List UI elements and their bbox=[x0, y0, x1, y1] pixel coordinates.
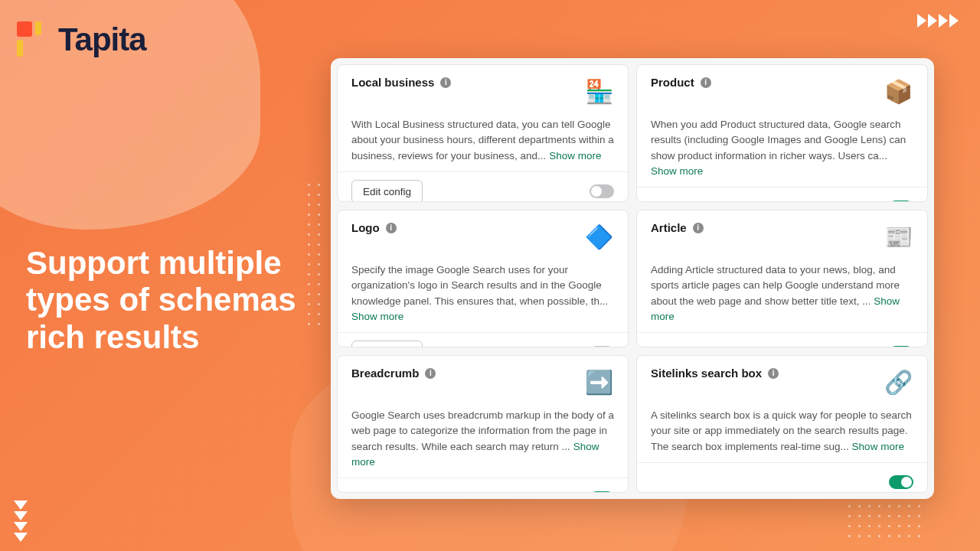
edit-config-button[interactable]: Edit config bbox=[351, 341, 423, 347]
enable-toggle[interactable] bbox=[889, 346, 913, 348]
card-description: With Local Business structured data, you… bbox=[351, 117, 614, 164]
info-icon[interactable]: i bbox=[768, 368, 779, 379]
schema-type-icon: 📦 bbox=[883, 76, 913, 106]
card-description: Adding Article structured data to your n… bbox=[651, 262, 913, 324]
schema-card: Breadcrumbi➡️Google Search uses breadcru… bbox=[337, 355, 629, 493]
schema-type-icon: 🏪 bbox=[583, 76, 614, 106]
show-more-link[interactable]: Show more bbox=[549, 150, 601, 161]
enable-toggle[interactable] bbox=[590, 346, 614, 348]
card-title: Breadcrumb bbox=[351, 367, 419, 380]
show-more-link[interactable]: Show more bbox=[351, 441, 599, 468]
schema-card: Logoi🔷Specify the image Google Search us… bbox=[337, 210, 629, 347]
schema-card: Local businessi🏪With Local Business stru… bbox=[337, 64, 629, 202]
brand-name: Tapita bbox=[58, 21, 146, 58]
card-title: Local business bbox=[351, 76, 434, 89]
card-description: Specify the image Google Search uses for… bbox=[351, 262, 614, 324]
edit-config-button[interactable]: Edit config bbox=[351, 180, 423, 202]
card-title: Sitelinks search box bbox=[651, 367, 762, 380]
info-icon[interactable]: i bbox=[386, 223, 397, 233]
schema-type-icon: 🔗 bbox=[883, 367, 913, 397]
schema-card: Producti📦When you add Product structured… bbox=[636, 64, 928, 202]
schema-card: Sitelinks search boxi🔗A sitelinks search… bbox=[636, 355, 928, 493]
info-icon[interactable]: i bbox=[693, 223, 704, 233]
card-title: Logo bbox=[351, 221, 380, 234]
card-description: When you add Product structured data, Go… bbox=[651, 117, 913, 179]
show-more-link[interactable]: Show more bbox=[852, 441, 904, 452]
enable-toggle[interactable] bbox=[889, 201, 913, 203]
show-more-link[interactable]: Show more bbox=[651, 295, 900, 322]
enable-toggle[interactable] bbox=[590, 491, 614, 494]
info-icon[interactable]: i bbox=[440, 77, 451, 88]
brand-logo: Tapita bbox=[17, 21, 146, 58]
enable-toggle[interactable] bbox=[590, 184, 614, 198]
schema-type-icon: ➡️ bbox=[583, 367, 614, 397]
schema-type-icon: 📰 bbox=[883, 221, 913, 252]
card-description: Google Search uses breadcrumb markup in … bbox=[351, 408, 614, 470]
card-description: A sitelinks search box is a quick way fo… bbox=[651, 408, 913, 455]
chevrons-bottom-decor bbox=[14, 500, 28, 542]
info-icon[interactable]: i bbox=[701, 77, 711, 88]
enable-toggle[interactable] bbox=[889, 475, 913, 489]
show-more-link[interactable]: Show more bbox=[651, 165, 703, 177]
logo-mark-icon bbox=[17, 21, 49, 58]
info-icon[interactable]: i bbox=[425, 368, 436, 379]
schema-card: Articlei📰Adding Article structured data … bbox=[636, 210, 928, 347]
show-more-link[interactable]: Show more bbox=[351, 311, 403, 322]
card-title: Product bbox=[651, 76, 694, 89]
schema-type-icon: 🔷 bbox=[583, 221, 614, 252]
chevrons-top-decor bbox=[917, 14, 959, 28]
page-headline: Support multiple types of schemas rich r… bbox=[26, 245, 309, 356]
dots-right-decor bbox=[848, 495, 920, 537]
schema-cards-panel: Local businessi🏪With Local Business stru… bbox=[331, 58, 934, 499]
dots-left-decor bbox=[308, 184, 320, 325]
card-title: Article bbox=[651, 221, 687, 234]
